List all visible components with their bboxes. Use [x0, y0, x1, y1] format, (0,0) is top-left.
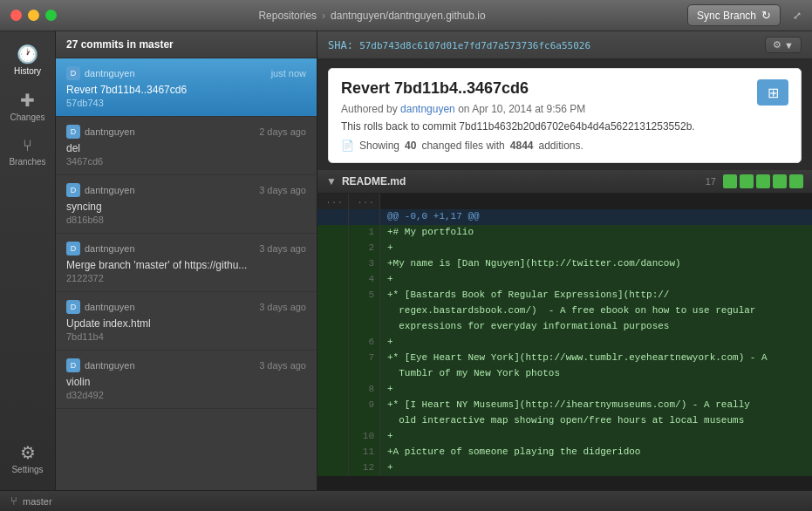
settings-icon: ⚙ — [20, 444, 36, 461]
commit-sha: d816b68 — [66, 215, 306, 225]
line-num-old — [317, 413, 349, 429]
commit-item[interactable]: D dantnguyen just now Revert 7bd11b4..34… — [56, 58, 317, 117]
branch-label: master — [23, 496, 52, 507]
commit-item[interactable]: D dantnguyen 3 days ago Merge branch 'ma… — [56, 234, 317, 292]
diff-line: 10 + — [317, 429, 812, 445]
sync-branch-button[interactable]: Sync Branch ↻ — [687, 4, 781, 26]
line-content: + — [380, 460, 812, 476]
line-num-new: 1 — [349, 225, 380, 241]
line-content: expressions for everyday informational p… — [380, 319, 812, 335]
line-num-new: 7 — [349, 351, 380, 366]
commit-count: 27 commits in master — [66, 38, 174, 51]
line-content: + — [380, 335, 812, 351]
commit-sha: 57db743 — [66, 98, 306, 108]
authored-by-label: Authored by — [341, 103, 400, 115]
diff-line: old interactive map showing open/free ho… — [317, 413, 812, 429]
breadcrumb-item-repo[interactable]: dantnguyen/dantnguyen.github.io — [331, 10, 486, 22]
diff-color-box — [789, 174, 803, 188]
stats-additions: 4844 — [510, 140, 534, 152]
diff-color-box — [723, 174, 737, 188]
line-num-old — [317, 225, 349, 241]
stats-showing: Showing — [359, 140, 399, 152]
line-num-old — [317, 256, 349, 272]
sha-bar: SHA: 57db743d8c6107d01e7fd7d7a573736fc6a… — [317, 31, 812, 59]
line-content: Tumblr of my New York photos — [380, 366, 812, 382]
commit-item[interactable]: D dantnguyen 3 days ago syncing d816b68 — [56, 175, 317, 234]
commit-item[interactable]: D dantnguyen 3 days ago violin d32d492 — [56, 351, 317, 409]
sha-actions: ⚙ ▼ — [765, 37, 802, 53]
commit-panel-header: 27 commits in master — [56, 31, 317, 58]
line-num-new: 8 — [349, 382, 380, 398]
commit-item[interactable]: D dantnguyen 3 days ago Update index.htm… — [56, 292, 317, 351]
gear-icon: ⚙ — [773, 39, 781, 51]
sidebar-item-branches[interactable]: ⑂ Branches — [0, 129, 55, 174]
sha-label: SHA: — [328, 39, 359, 51]
breadcrumb: Repositories › dantnguyen/dantnguyen.git… — [258, 10, 485, 22]
commit-author-name: dantnguyen — [85, 68, 135, 78]
author-avatar: D — [66, 125, 80, 139]
line-num-old — [317, 241, 349, 256]
line-content: +* [Eye Heart New York](http://www.tumbl… — [380, 351, 812, 366]
branches-icon: ⑂ — [23, 138, 32, 153]
commit-detail-box: Revert 7bd11b4..3467cd6 Authored by dant… — [328, 68, 802, 163]
fullscreen-icon[interactable]: ⤢ — [793, 10, 802, 22]
sidebar-item-history-label: History — [14, 66, 41, 76]
diff-line: 11 +A picture of someone playing the did… — [317, 445, 812, 460]
sidebar-item-branches-label: Branches — [9, 157, 45, 167]
line-num-new — [349, 209, 380, 225]
line-num-new — [349, 319, 380, 335]
sidebar-item-changes[interactable]: ✚ Changes — [0, 83, 55, 129]
sidebar-item-history[interactable]: 🕐 History — [0, 37, 55, 83]
maximize-button[interactable] — [45, 10, 57, 21]
commit-sha: d32d492 — [66, 390, 306, 400]
author-avatar: D — [66, 66, 80, 80]
close-button[interactable] — [10, 10, 22, 21]
line-num-new: 3 — [349, 256, 380, 272]
sha-gear-button[interactable]: ⚙ ▼ — [765, 37, 802, 53]
detail-panel: SHA: 57db743d8c6107d01e7fd7d7a573736fc6a… — [317, 31, 812, 490]
line-num-old — [317, 319, 349, 335]
diff-line: 6 + — [317, 335, 812, 351]
line-num-old — [317, 366, 349, 382]
author-avatar: D — [66, 183, 80, 197]
author-avatar: D — [66, 358, 80, 372]
stats-middle: changed files with — [421, 140, 504, 152]
diff-content: ... ... @@ -0,0 +1,17 @@ 1 +# My portfol… — [317, 194, 812, 476]
diff-file-name: ▼ README.md — [326, 175, 406, 187]
commit-item[interactable]: D dantnguyen 2 days ago del 3467cd6 — [56, 117, 317, 175]
commit-time: 3 days ago — [259, 243, 306, 254]
line-content: +* [I Heart NY Museums](http://iheartnym… — [380, 398, 812, 413]
diff-line: regex.bastardsbook.com/) - A free ebook … — [317, 303, 812, 319]
author-link[interactable]: dantnguyen — [400, 103, 455, 115]
minimize-button[interactable] — [28, 10, 39, 21]
commit-list: D dantnguyen just now Revert 7bd11b4..34… — [56, 58, 317, 490]
commit-detail-desc: This rolls back to commit 7bd11b4632b20d… — [341, 120, 695, 133]
line-content: @@ -0,0 +1,17 @@ — [380, 209, 812, 225]
commit-detail-grid-icon: ⊞ — [757, 79, 788, 106]
diff-area[interactable]: ▼ README.md 17 ... ... — [317, 170, 812, 490]
commit-detail-title: Revert 7bd11b4..3467cd6 — [341, 79, 695, 98]
line-num-old — [317, 288, 349, 303]
line-num-old — [317, 351, 349, 366]
sync-icon: ↻ — [761, 9, 771, 22]
line-num-old — [317, 398, 349, 413]
diff-line: 2 + — [317, 241, 812, 256]
branch-icon: ⑂ — [10, 494, 17, 508]
commit-message: Update index.html — [66, 317, 306, 330]
line-num-new: 9 — [349, 398, 380, 413]
breadcrumb-item-repos[interactable]: Repositories — [258, 10, 317, 22]
author-avatar: D — [66, 242, 80, 256]
commit-detail-box-header: Revert 7bd11b4..3467cd6 Authored by dant… — [341, 79, 788, 152]
commit-message: del — [66, 142, 306, 154]
line-num-old — [317, 460, 349, 476]
diff-filename: README.md — [342, 175, 406, 187]
line-content: +A picture of someone playing the didger… — [380, 445, 812, 460]
commit-time: 3 days ago — [259, 302, 306, 312]
diff-line: 8 + — [317, 382, 812, 398]
line-num-new — [349, 366, 380, 382]
sidebar-item-settings[interactable]: ⚙ Settings — [0, 435, 55, 481]
line-num-old — [317, 303, 349, 319]
diff-line: 12 + — [317, 460, 812, 476]
commit-detail-stats: 📄 Showing 40 changed files with 4844 add… — [341, 140, 695, 152]
diff-color-boxes — [723, 174, 803, 188]
